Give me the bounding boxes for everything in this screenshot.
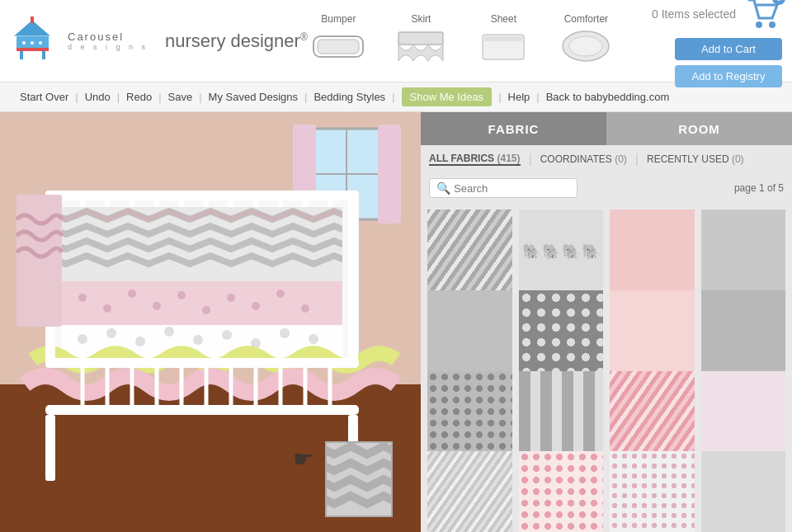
sub-tab-recently-used[interactable]: RECENTLY USED (0) xyxy=(647,153,744,165)
fabric-swatch-3[interactable] xyxy=(608,208,696,296)
brand-sub: d e s i g n s xyxy=(68,43,148,51)
nav-save[interactable]: Save xyxy=(162,91,200,103)
svg-point-17 xyxy=(769,21,776,28)
svg-rect-10 xyxy=(318,40,359,54)
fabric-swatch-12[interactable] xyxy=(700,370,788,458)
panel-tabs: FABRIC ROOM xyxy=(421,112,792,145)
nav-bedding-styles[interactable]: Bedding Styles xyxy=(307,91,392,103)
svg-point-45 xyxy=(193,335,203,345)
svg-rect-1 xyxy=(31,16,34,23)
svg-rect-76 xyxy=(45,405,359,415)
svg-point-35 xyxy=(202,306,210,314)
fabric-swatch-11[interactable] xyxy=(608,370,696,458)
comforter-icon xyxy=(557,28,615,65)
svg-point-16 xyxy=(756,21,762,28)
add-to-registry-button[interactable]: Add to Registry xyxy=(675,65,782,87)
svg-rect-77 xyxy=(45,415,55,481)
svg-rect-29 xyxy=(62,281,342,327)
bumper-icon xyxy=(309,28,367,65)
nav-redo[interactable]: Redo xyxy=(120,91,158,103)
product-sheet[interactable]: Sheet xyxy=(474,13,532,65)
svg-point-41 xyxy=(78,334,87,344)
product-icons: Bumper Skirt Sheet Comforter xyxy=(308,13,617,69)
svg-point-48 xyxy=(280,328,290,338)
product-comforter[interactable]: Comforter xyxy=(557,13,615,65)
svg-point-46 xyxy=(222,330,232,340)
product-bumper[interactable]: Bumper xyxy=(309,13,367,65)
items-count: 0 Items selected xyxy=(652,7,736,21)
svg-rect-3 xyxy=(16,48,49,51)
svg-point-39 xyxy=(301,304,309,313)
crib-visual: ☛ xyxy=(0,112,421,532)
search-icon: 🔍 xyxy=(436,181,450,195)
fabric-swatch-8[interactable] xyxy=(700,289,788,377)
svg-point-44 xyxy=(164,327,174,337)
svg-point-32 xyxy=(128,290,136,298)
product-skirt[interactable]: Skirt xyxy=(392,13,450,65)
fabric-grid: 🐘 🐘 🐘 🐘 xyxy=(421,203,792,532)
sub-tabs: ALL FABRICS (415) | COORDINATES (0) | RE… xyxy=(421,145,792,173)
search-input[interactable] xyxy=(454,182,569,195)
svg-rect-11 xyxy=(398,32,443,45)
fabric-swatch-10[interactable] xyxy=(517,370,606,458)
svg-rect-64 xyxy=(45,358,359,368)
sheet-icon xyxy=(474,28,532,65)
fabric-swatch-16[interactable] xyxy=(700,450,788,532)
show-me-ideas-button[interactable]: Show Me Ideas xyxy=(402,87,493,106)
crib-panel: ☛ xyxy=(0,112,421,532)
fabric-swatch-1[interactable] xyxy=(426,208,514,296)
svg-point-34 xyxy=(177,291,186,299)
logo-text-area: Carousel d e s i g n s xyxy=(68,31,148,51)
page-info: page 1 of 5 xyxy=(734,182,784,194)
crib-svg: ☛ xyxy=(0,112,421,532)
skirt-label: Skirt xyxy=(411,13,431,25)
comforter-label: Comforter xyxy=(564,13,608,25)
tab-fabric[interactable]: FABRIC xyxy=(421,112,606,145)
svg-point-15 xyxy=(569,36,602,56)
svg-point-43 xyxy=(135,337,145,346)
logo-area: Carousel d e s i g n s nursery designer® xyxy=(10,16,308,66)
fabric-swatch-9[interactable] xyxy=(426,370,514,458)
nav-start-over[interactable]: Start Over xyxy=(13,91,75,103)
svg-point-38 xyxy=(276,290,285,298)
nav-back-to-bb[interactable]: Back to babybedding.com xyxy=(540,91,676,103)
nav-undo[interactable]: Undo xyxy=(78,91,117,103)
sheet-label: Sheet xyxy=(491,13,516,25)
sub-tab-all-fabrics[interactable]: ALL FABRICS (415) xyxy=(429,153,521,166)
svg-point-30 xyxy=(78,294,87,302)
fabric-swatch-13[interactable] xyxy=(426,450,514,532)
main-content: ☛ FABRIC ROOM ALL FABRICS (415) | COORDI… xyxy=(0,112,792,532)
carousel-logo-icon xyxy=(10,16,55,62)
fabric-swatch-5[interactable] xyxy=(426,289,514,377)
svg-point-31 xyxy=(103,304,111,313)
items-selected-row: 0 Items selected 0 xyxy=(652,0,782,33)
cart-icon-area[interactable]: 0 xyxy=(747,0,782,33)
fabric-swatch-14[interactable] xyxy=(517,450,606,532)
fabric-swatch-2[interactable]: 🐘 🐘 🐘 🐘 xyxy=(517,208,606,296)
svg-point-37 xyxy=(252,302,260,310)
fabric-panel: FABRIC ROOM ALL FABRICS (415) | COORDINA… xyxy=(421,112,792,532)
svg-point-4 xyxy=(22,41,26,45)
fabric-swatch-6[interactable] xyxy=(517,289,606,377)
fabric-swatch-4[interactable] xyxy=(700,208,788,296)
svg-point-36 xyxy=(227,294,235,302)
svg-rect-63 xyxy=(348,191,358,368)
header: Carousel d e s i g n s nursery designer®… xyxy=(0,0,792,82)
fabric-swatch-15[interactable] xyxy=(608,450,696,532)
svg-point-49 xyxy=(309,334,318,344)
search-row: 🔍 page 1 of 5 xyxy=(421,173,792,203)
bumper-label: Bumper xyxy=(321,13,356,25)
fabric-swatch-7[interactable] xyxy=(608,289,696,377)
svg-rect-24 xyxy=(378,125,401,224)
skirt-icon xyxy=(392,28,450,65)
svg-rect-13 xyxy=(484,36,522,41)
svg-rect-61 xyxy=(45,191,359,200)
tab-room[interactable]: ROOM xyxy=(606,112,792,145)
svg-rect-7 xyxy=(20,51,23,59)
nav-help[interactable]: Help xyxy=(502,91,537,103)
logo-icon xyxy=(10,16,59,66)
add-to-cart-button[interactable]: Add to Cart xyxy=(675,38,782,60)
nav-my-saved-designs[interactable]: My Saved Designs xyxy=(202,91,304,103)
sub-tab-coordinates[interactable]: COORDINATES (0) xyxy=(540,153,627,165)
cart-area: 0 Items selected 0 Add to Cart Add to Re… xyxy=(617,0,782,87)
